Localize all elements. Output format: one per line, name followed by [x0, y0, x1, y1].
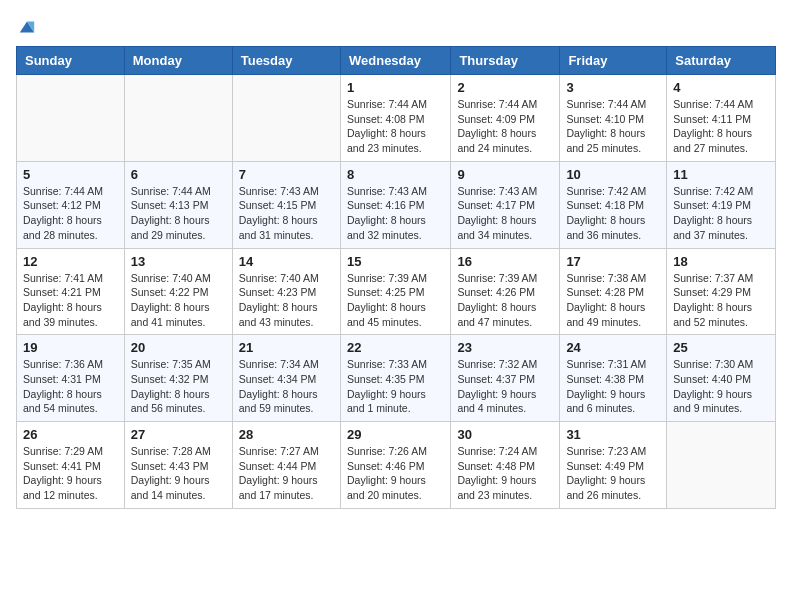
calendar-cell: 7Sunrise: 7:43 AM Sunset: 4:15 PM Daylig… [232, 161, 340, 248]
calendar-cell: 20Sunrise: 7:35 AM Sunset: 4:32 PM Dayli… [124, 335, 232, 422]
day-number: 30 [457, 427, 553, 442]
day-number: 15 [347, 254, 444, 269]
day-number: 2 [457, 80, 553, 95]
day-number: 7 [239, 167, 334, 182]
page-header [16, 16, 776, 36]
calendar-cell: 10Sunrise: 7:42 AM Sunset: 4:18 PM Dayli… [560, 161, 667, 248]
day-number: 26 [23, 427, 118, 442]
day-info: Sunrise: 7:44 AM Sunset: 4:08 PM Dayligh… [347, 97, 444, 156]
day-number: 14 [239, 254, 334, 269]
calendar-cell: 19Sunrise: 7:36 AM Sunset: 4:31 PM Dayli… [17, 335, 125, 422]
calendar-cell: 17Sunrise: 7:38 AM Sunset: 4:28 PM Dayli… [560, 248, 667, 335]
calendar-week-row: 19Sunrise: 7:36 AM Sunset: 4:31 PM Dayli… [17, 335, 776, 422]
day-info: Sunrise: 7:44 AM Sunset: 4:11 PM Dayligh… [673, 97, 769, 156]
calendar-cell: 25Sunrise: 7:30 AM Sunset: 4:40 PM Dayli… [667, 335, 776, 422]
calendar-cell: 29Sunrise: 7:26 AM Sunset: 4:46 PM Dayli… [340, 422, 450, 509]
day-number: 11 [673, 167, 769, 182]
calendar-cell: 26Sunrise: 7:29 AM Sunset: 4:41 PM Dayli… [17, 422, 125, 509]
day-info: Sunrise: 7:44 AM Sunset: 4:09 PM Dayligh… [457, 97, 553, 156]
day-info: Sunrise: 7:27 AM Sunset: 4:44 PM Dayligh… [239, 444, 334, 503]
calendar-cell: 9Sunrise: 7:43 AM Sunset: 4:17 PM Daylig… [451, 161, 560, 248]
calendar-cell: 8Sunrise: 7:43 AM Sunset: 4:16 PM Daylig… [340, 161, 450, 248]
day-number: 22 [347, 340, 444, 355]
calendar-cell: 13Sunrise: 7:40 AM Sunset: 4:22 PM Dayli… [124, 248, 232, 335]
calendar-cell: 11Sunrise: 7:42 AM Sunset: 4:19 PM Dayli… [667, 161, 776, 248]
day-number: 27 [131, 427, 226, 442]
calendar-cell: 6Sunrise: 7:44 AM Sunset: 4:13 PM Daylig… [124, 161, 232, 248]
calendar-cell: 28Sunrise: 7:27 AM Sunset: 4:44 PM Dayli… [232, 422, 340, 509]
calendar-cell: 3Sunrise: 7:44 AM Sunset: 4:10 PM Daylig… [560, 75, 667, 162]
day-info: Sunrise: 7:36 AM Sunset: 4:31 PM Dayligh… [23, 357, 118, 416]
day-info: Sunrise: 7:43 AM Sunset: 4:15 PM Dayligh… [239, 184, 334, 243]
day-number: 12 [23, 254, 118, 269]
day-number: 4 [673, 80, 769, 95]
day-number: 18 [673, 254, 769, 269]
day-number: 3 [566, 80, 660, 95]
day-info: Sunrise: 7:42 AM Sunset: 4:18 PM Dayligh… [566, 184, 660, 243]
day-number: 8 [347, 167, 444, 182]
logo-icon [18, 18, 36, 36]
calendar-cell: 12Sunrise: 7:41 AM Sunset: 4:21 PM Dayli… [17, 248, 125, 335]
calendar-week-row: 5Sunrise: 7:44 AM Sunset: 4:12 PM Daylig… [17, 161, 776, 248]
day-number: 24 [566, 340, 660, 355]
calendar-table: SundayMondayTuesdayWednesdayThursdayFrid… [16, 46, 776, 509]
day-info: Sunrise: 7:43 AM Sunset: 4:16 PM Dayligh… [347, 184, 444, 243]
day-number: 16 [457, 254, 553, 269]
calendar-cell [124, 75, 232, 162]
day-number: 29 [347, 427, 444, 442]
day-number: 10 [566, 167, 660, 182]
calendar-cell: 15Sunrise: 7:39 AM Sunset: 4:25 PM Dayli… [340, 248, 450, 335]
calendar-week-row: 1Sunrise: 7:44 AM Sunset: 4:08 PM Daylig… [17, 75, 776, 162]
calendar-cell: 21Sunrise: 7:34 AM Sunset: 4:34 PM Dayli… [232, 335, 340, 422]
calendar-cell: 23Sunrise: 7:32 AM Sunset: 4:37 PM Dayli… [451, 335, 560, 422]
day-info: Sunrise: 7:34 AM Sunset: 4:34 PM Dayligh… [239, 357, 334, 416]
day-info: Sunrise: 7:31 AM Sunset: 4:38 PM Dayligh… [566, 357, 660, 416]
day-number: 19 [23, 340, 118, 355]
day-of-week-header: Friday [560, 47, 667, 75]
day-number: 13 [131, 254, 226, 269]
logo [16, 16, 36, 36]
day-info: Sunrise: 7:24 AM Sunset: 4:48 PM Dayligh… [457, 444, 553, 503]
calendar-cell: 16Sunrise: 7:39 AM Sunset: 4:26 PM Dayli… [451, 248, 560, 335]
day-number: 25 [673, 340, 769, 355]
day-of-week-header: Saturday [667, 47, 776, 75]
calendar-header-row: SundayMondayTuesdayWednesdayThursdayFrid… [17, 47, 776, 75]
calendar-cell [232, 75, 340, 162]
day-of-week-header: Thursday [451, 47, 560, 75]
day-of-week-header: Tuesday [232, 47, 340, 75]
day-info: Sunrise: 7:40 AM Sunset: 4:23 PM Dayligh… [239, 271, 334, 330]
day-of-week-header: Wednesday [340, 47, 450, 75]
day-number: 31 [566, 427, 660, 442]
calendar-cell: 5Sunrise: 7:44 AM Sunset: 4:12 PM Daylig… [17, 161, 125, 248]
day-of-week-header: Monday [124, 47, 232, 75]
day-info: Sunrise: 7:37 AM Sunset: 4:29 PM Dayligh… [673, 271, 769, 330]
day-info: Sunrise: 7:26 AM Sunset: 4:46 PM Dayligh… [347, 444, 444, 503]
calendar-week-row: 12Sunrise: 7:41 AM Sunset: 4:21 PM Dayli… [17, 248, 776, 335]
day-info: Sunrise: 7:43 AM Sunset: 4:17 PM Dayligh… [457, 184, 553, 243]
calendar-cell: 1Sunrise: 7:44 AM Sunset: 4:08 PM Daylig… [340, 75, 450, 162]
day-info: Sunrise: 7:44 AM Sunset: 4:12 PM Dayligh… [23, 184, 118, 243]
day-number: 21 [239, 340, 334, 355]
calendar-cell: 24Sunrise: 7:31 AM Sunset: 4:38 PM Dayli… [560, 335, 667, 422]
calendar-cell: 2Sunrise: 7:44 AM Sunset: 4:09 PM Daylig… [451, 75, 560, 162]
day-info: Sunrise: 7:35 AM Sunset: 4:32 PM Dayligh… [131, 357, 226, 416]
day-info: Sunrise: 7:39 AM Sunset: 4:25 PM Dayligh… [347, 271, 444, 330]
day-number: 23 [457, 340, 553, 355]
day-number: 20 [131, 340, 226, 355]
day-info: Sunrise: 7:23 AM Sunset: 4:49 PM Dayligh… [566, 444, 660, 503]
day-info: Sunrise: 7:32 AM Sunset: 4:37 PM Dayligh… [457, 357, 553, 416]
day-info: Sunrise: 7:30 AM Sunset: 4:40 PM Dayligh… [673, 357, 769, 416]
day-info: Sunrise: 7:28 AM Sunset: 4:43 PM Dayligh… [131, 444, 226, 503]
day-number: 28 [239, 427, 334, 442]
day-of-week-header: Sunday [17, 47, 125, 75]
day-info: Sunrise: 7:42 AM Sunset: 4:19 PM Dayligh… [673, 184, 769, 243]
calendar-cell: 31Sunrise: 7:23 AM Sunset: 4:49 PM Dayli… [560, 422, 667, 509]
day-info: Sunrise: 7:44 AM Sunset: 4:10 PM Dayligh… [566, 97, 660, 156]
day-number: 9 [457, 167, 553, 182]
calendar-cell: 27Sunrise: 7:28 AM Sunset: 4:43 PM Dayli… [124, 422, 232, 509]
day-number: 1 [347, 80, 444, 95]
day-info: Sunrise: 7:39 AM Sunset: 4:26 PM Dayligh… [457, 271, 553, 330]
day-info: Sunrise: 7:38 AM Sunset: 4:28 PM Dayligh… [566, 271, 660, 330]
day-number: 5 [23, 167, 118, 182]
day-info: Sunrise: 7:29 AM Sunset: 4:41 PM Dayligh… [23, 444, 118, 503]
